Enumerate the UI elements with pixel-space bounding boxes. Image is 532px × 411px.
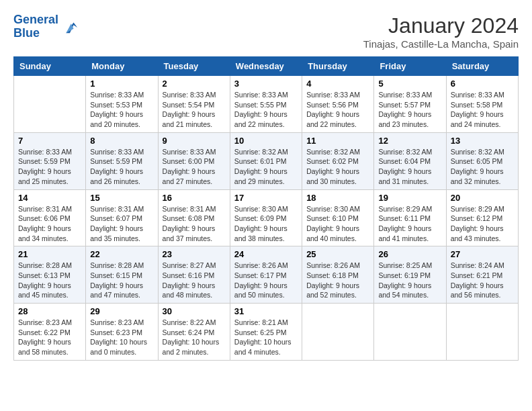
calendar-cell: 11Sunrise: 8:32 AMSunset: 6:02 PMDayligh…	[302, 132, 374, 189]
day-number: 31	[234, 306, 298, 316]
day-number: 17	[234, 193, 298, 203]
cell-content: Sunrise: 8:32 AMSunset: 6:04 PMDaylight:…	[378, 147, 441, 187]
calendar-subtitle: Tinajas, Castille-La Mancha, Spain	[363, 38, 519, 50]
calendar-cell: 26Sunrise: 8:25 AMSunset: 6:19 PMDayligh…	[374, 246, 446, 304]
calendar-cell: 27Sunrise: 8:24 AMSunset: 6:21 PMDayligh…	[446, 246, 518, 304]
day-number: 11	[306, 136, 369, 146]
cell-content: Sunrise: 8:33 AMSunset: 5:57 PMDaylight:…	[378, 90, 441, 130]
day-number: 2	[163, 79, 226, 89]
calendar-cell: 17Sunrise: 8:30 AMSunset: 6:09 PMDayligh…	[230, 189, 302, 246]
calendar-cell: 30Sunrise: 8:22 AMSunset: 6:24 PMDayligh…	[158, 304, 230, 361]
calendar-cell: 31Sunrise: 8:21 AMSunset: 6:25 PMDayligh…	[230, 304, 302, 361]
day-number: 22	[90, 249, 153, 259]
day-number: 26	[378, 249, 441, 259]
title-area: January 2024 Tinajas, Castille-La Mancha…	[363, 13, 519, 50]
day-number: 3	[234, 79, 298, 89]
calendar-cell: 24Sunrise: 8:26 AMSunset: 6:17 PMDayligh…	[230, 246, 302, 304]
cell-content: Sunrise: 8:32 AMSunset: 6:05 PMDaylight:…	[451, 147, 514, 187]
day-number: 8	[90, 136, 153, 146]
cell-content: Sunrise: 8:31 AMSunset: 6:08 PMDaylight:…	[163, 204, 226, 244]
day-number: 13	[451, 136, 514, 146]
calendar-cell: 7Sunrise: 8:33 AMSunset: 5:59 PMDaylight…	[14, 132, 86, 189]
day-number: 30	[163, 306, 226, 316]
calendar-cell: 12Sunrise: 8:32 AMSunset: 6:04 PMDayligh…	[374, 132, 446, 189]
cell-content: Sunrise: 8:31 AMSunset: 6:07 PMDaylight:…	[90, 204, 153, 244]
calendar-cell: 1Sunrise: 8:33 AMSunset: 5:53 PMDaylight…	[86, 76, 158, 133]
calendar-cell	[374, 304, 446, 361]
day-number: 25	[306, 249, 369, 259]
day-number: 23	[163, 249, 226, 259]
day-number: 4	[306, 79, 369, 89]
calendar-cell: 29Sunrise: 8:23 AMSunset: 6:23 PMDayligh…	[86, 304, 158, 361]
cell-content: Sunrise: 8:26 AMSunset: 6:18 PMDaylight:…	[306, 261, 369, 300]
calendar-cell: 10Sunrise: 8:32 AMSunset: 6:01 PMDayligh…	[230, 132, 302, 189]
day-number: 15	[90, 193, 153, 203]
cell-content: Sunrise: 8:33 AMSunset: 5:59 PMDaylight:…	[18, 147, 81, 187]
cell-content: Sunrise: 8:30 AMSunset: 6:09 PMDaylight:…	[234, 204, 298, 244]
calendar-cell: 28Sunrise: 8:23 AMSunset: 6:22 PMDayligh…	[14, 304, 86, 361]
day-number: 6	[451, 79, 514, 89]
cell-content: Sunrise: 8:33 AMSunset: 5:58 PMDaylight:…	[451, 90, 514, 130]
day-number: 16	[163, 193, 226, 203]
weekday-header-tuesday: Tuesday	[158, 57, 230, 76]
day-number: 29	[90, 306, 153, 316]
cell-content: Sunrise: 8:22 AMSunset: 6:24 PMDaylight:…	[163, 318, 226, 357]
day-number: 5	[378, 79, 441, 89]
cell-content: Sunrise: 8:33 AMSunset: 5:54 PMDaylight:…	[163, 90, 226, 130]
calendar-table: SundayMondayTuesdayWednesdayThursdayFrid…	[13, 56, 519, 361]
calendar-cell: 9Sunrise: 8:33 AMSunset: 6:00 PMDaylight…	[158, 132, 230, 189]
day-number: 24	[234, 249, 298, 259]
day-number: 10	[234, 136, 298, 146]
cell-content: Sunrise: 8:21 AMSunset: 6:25 PMDaylight:…	[234, 318, 298, 357]
cell-content: Sunrise: 8:29 AMSunset: 6:11 PMDaylight:…	[378, 204, 441, 244]
day-number: 1	[90, 79, 153, 89]
cell-content: Sunrise: 8:33 AMSunset: 5:53 PMDaylight:…	[90, 90, 153, 130]
cell-content: Sunrise: 8:27 AMSunset: 6:16 PMDaylight:…	[163, 261, 226, 300]
calendar-cell: 6Sunrise: 8:33 AMSunset: 5:58 PMDaylight…	[446, 76, 518, 133]
logo-icon	[60, 17, 79, 36]
cell-content: Sunrise: 8:33 AMSunset: 5:59 PMDaylight:…	[90, 147, 153, 187]
cell-content: Sunrise: 8:32 AMSunset: 6:02 PMDaylight:…	[306, 147, 369, 187]
day-number: 19	[378, 193, 441, 203]
logo-text: GeneralBlue	[13, 13, 58, 40]
calendar-title: January 2024	[363, 13, 519, 38]
calendar-cell: 15Sunrise: 8:31 AMSunset: 6:07 PMDayligh…	[86, 189, 158, 246]
cell-content: Sunrise: 8:29 AMSunset: 6:12 PMDaylight:…	[451, 204, 514, 244]
day-number: 7	[18, 136, 81, 146]
cell-content: Sunrise: 8:28 AMSunset: 6:13 PMDaylight:…	[18, 261, 81, 300]
day-number: 27	[451, 249, 514, 259]
calendar-cell: 13Sunrise: 8:32 AMSunset: 6:05 PMDayligh…	[446, 132, 518, 189]
day-number: 20	[451, 193, 514, 203]
day-number: 14	[18, 193, 81, 203]
calendar-cell: 16Sunrise: 8:31 AMSunset: 6:08 PMDayligh…	[158, 189, 230, 246]
weekday-header-sunday: Sunday	[14, 57, 86, 76]
calendar-cell: 3Sunrise: 8:33 AMSunset: 5:55 PMDaylight…	[230, 76, 302, 133]
calendar-cell: 2Sunrise: 8:33 AMSunset: 5:54 PMDaylight…	[158, 76, 230, 133]
cell-content: Sunrise: 8:28 AMSunset: 6:15 PMDaylight:…	[90, 261, 153, 300]
weekday-header-wednesday: Wednesday	[230, 57, 302, 76]
calendar-cell: 18Sunrise: 8:30 AMSunset: 6:10 PMDayligh…	[302, 189, 374, 246]
logo: GeneralBlue	[13, 13, 79, 40]
cell-content: Sunrise: 8:23 AMSunset: 6:22 PMDaylight:…	[18, 318, 81, 357]
cell-content: Sunrise: 8:33 AMSunset: 5:56 PMDaylight:…	[306, 90, 369, 130]
day-number: 18	[306, 193, 369, 203]
day-number: 28	[18, 306, 81, 316]
weekday-header-saturday: Saturday	[446, 57, 518, 76]
calendar-cell	[446, 304, 518, 361]
calendar-cell	[14, 76, 86, 133]
cell-content: Sunrise: 8:32 AMSunset: 6:01 PMDaylight:…	[234, 147, 298, 187]
page-header: GeneralBlue January 2024 Tinajas, Castil…	[13, 13, 519, 50]
calendar-cell	[302, 304, 374, 361]
weekday-header-friday: Friday	[374, 57, 446, 76]
cell-content: Sunrise: 8:26 AMSunset: 6:17 PMDaylight:…	[234, 261, 298, 300]
cell-content: Sunrise: 8:25 AMSunset: 6:19 PMDaylight:…	[378, 261, 441, 300]
calendar-cell: 5Sunrise: 8:33 AMSunset: 5:57 PMDaylight…	[374, 76, 446, 133]
calendar-cell: 22Sunrise: 8:28 AMSunset: 6:15 PMDayligh…	[86, 246, 158, 304]
calendar-cell: 23Sunrise: 8:27 AMSunset: 6:16 PMDayligh…	[158, 246, 230, 304]
calendar-cell: 21Sunrise: 8:28 AMSunset: 6:13 PMDayligh…	[14, 246, 86, 304]
cell-content: Sunrise: 8:33 AMSunset: 6:00 PMDaylight:…	[163, 147, 226, 187]
day-number: 9	[163, 136, 226, 146]
weekday-header-thursday: Thursday	[302, 57, 374, 76]
calendar-cell: 4Sunrise: 8:33 AMSunset: 5:56 PMDaylight…	[302, 76, 374, 133]
calendar-cell: 25Sunrise: 8:26 AMSunset: 6:18 PMDayligh…	[302, 246, 374, 304]
